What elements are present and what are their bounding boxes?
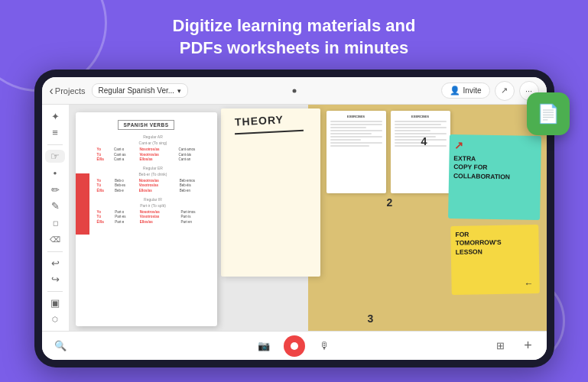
person-icon: 👤: [450, 86, 460, 96]
tool-dot[interactable]: ●: [45, 166, 65, 180]
bottom-left-tools: 🔍: [50, 335, 71, 357]
tool-eraser[interactable]: ⌫: [45, 233, 65, 247]
er-header: Regular ER: [96, 166, 211, 170]
invite-button[interactable]: 👤 Invite: [441, 83, 490, 99]
header-line2: PDFs worksheets in minutes: [173, 37, 416, 60]
mic-button[interactable]: 🎙: [314, 335, 336, 357]
camera-dot: [292, 89, 296, 92]
zoom-button[interactable]: 🔍: [50, 335, 71, 357]
tool-redo[interactable]: ↪: [45, 273, 65, 286]
sticky-note-teal: ↗ EXTRA COPY FOR COLLABORATION: [448, 134, 541, 220]
ws1-lines: [330, 121, 382, 147]
tool-pencil[interactable]: ✎: [45, 199, 65, 213]
tool-pointer[interactable]: ☞: [45, 150, 65, 163]
share-icon: ↗: [501, 86, 508, 96]
top-bar-right: 👤 Invite ↗ ···: [441, 81, 539, 101]
worksheet-1: EXERCISES: [326, 111, 386, 193]
ar-table: YoCant·oNosotros/asCant·amos TúCant·asVo…: [96, 147, 211, 162]
theory-label: THEORY: [234, 114, 284, 128]
top-bar: Projects Regular Spanish Ver... 👤 Invite…: [42, 77, 547, 105]
toolbar-divider-1: [47, 144, 63, 145]
tool-image[interactable]: ▣: [45, 296, 65, 310]
video-button[interactable]: 📷: [253, 335, 275, 357]
pages-button[interactable]: ⊞: [490, 335, 512, 357]
ir-section: Regular IR Part·ir (To split) YoPart·oNo…: [82, 197, 211, 225]
tool-extra[interactable]: ⬡: [45, 312, 65, 326]
documents-icon: 📄: [537, 103, 560, 125]
back-label: Projects: [55, 86, 86, 96]
ir-header: Regular IR: [96, 197, 211, 202]
tool-menu[interactable]: ≡: [45, 126, 65, 140]
add-button[interactable]: +: [518, 335, 539, 357]
ws2-lines: [395, 121, 447, 147]
sticky-teal-text: EXTRA COPY FOR COLLABORATION: [453, 154, 536, 182]
sticky-note-yellow: FOR TOMORROW'S LESSON ←: [450, 225, 540, 295]
fab-documents-button[interactable]: 📄: [527, 92, 570, 135]
bottom-toolbar: 🔍 📷 🎙 ⊞ +: [42, 331, 547, 360]
er-section: Regular ER Beb·er (To drink) YoBeb·oNoso…: [82, 166, 211, 193]
red-accent: [76, 173, 89, 235]
ir-sub: Part·ir (To split): [96, 203, 211, 208]
ar-section: Regular AR Cant·ar (To sing) YoCant·oNos…: [82, 134, 211, 162]
toolbar-divider-3: [47, 291, 63, 292]
tool-select[interactable]: ✦: [45, 109, 65, 123]
theory-paper: THEORY: [221, 108, 320, 277]
left-toolbar: ✦ ≡ ☞ ● ✏ ✎ ◻ ⌫ ↩ ↪ ▣ ⬡: [42, 105, 70, 331]
header-line1: Digitize learning materials and: [173, 15, 416, 37]
record-icon: [291, 342, 298, 350]
page-title: SPANISH VERBS: [118, 120, 174, 130]
ar-sub: Cant·ar (To sing): [96, 141, 211, 145]
ar-header: Regular AR: [96, 134, 211, 139]
bottom-right-tools: ⊞ +: [490, 335, 539, 357]
page-number-3: 3: [368, 312, 374, 325]
tablet-frame: Projects Regular Spanish Ver... 👤 Invite…: [34, 70, 554, 367]
tool-pen[interactable]: ✏: [45, 183, 65, 196]
toolbar-divider-2: [47, 251, 63, 252]
share-button[interactable]: ↗: [495, 81, 515, 101]
invite-label: Invite: [463, 86, 482, 95]
tablet-screen: Projects Regular Spanish Ver... 👤 Invite…: [42, 77, 547, 360]
spanish-verbs-page: SPANISH VERBS Regular AR Cant·ar (To sin…: [76, 112, 217, 326]
record-button[interactable]: [284, 335, 305, 357]
tool-undo[interactable]: ↩: [45, 256, 65, 270]
ws2-title: EXERCISES: [395, 115, 447, 118]
main-content: ✦ ≡ ☞ ● ✏ ✎ ◻ ⌫ ↩ ↪ ▣ ⬡: [42, 105, 547, 331]
back-button[interactable]: Projects: [50, 84, 86, 98]
sticky-yellow-text: FOR TOMORROW'S LESSON: [455, 229, 534, 257]
dropdown-label: Regular Spanish Ver...: [99, 86, 175, 95]
project-dropdown[interactable]: Regular Spanish Ver...: [92, 83, 189, 98]
tool-shape[interactable]: ◻: [45, 216, 65, 230]
ws1-title: EXERCISES: [330, 115, 382, 118]
er-sub: Beb·er (To drink): [96, 172, 211, 176]
page-number-4: 4: [421, 135, 427, 147]
page-header: Digitize learning materials and PDFs wor…: [173, 15, 416, 59]
page-area: SPANISH VERBS Regular AR Cant·ar (To sin…: [70, 105, 547, 331]
er-table: YoBeb·oNosotros/asBeb·emos TúBeb·esVosot…: [96, 178, 211, 193]
page-number-2: 2: [387, 196, 393, 209]
theory-underline: [235, 130, 304, 135]
ir-table: YoPart·oNosotros/asPart·imos TúPart·esVo…: [96, 209, 211, 225]
worksheet-2: EXERCISES: [391, 111, 450, 193]
